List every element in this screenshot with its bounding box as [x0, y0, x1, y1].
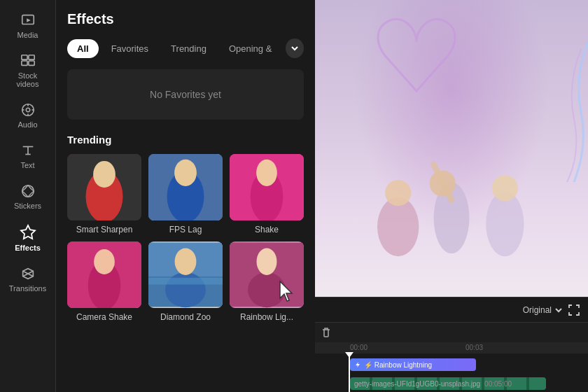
tab-trending[interactable]: Trending [161, 39, 216, 58]
sidebar-item-transitions[interactable]: Transitions [0, 259, 55, 300]
svg-point-52 [486, 191, 524, 256]
svg-point-27 [167, 191, 204, 220]
svg-marker-54 [356, 362, 360, 368]
fullscreen-button[interactable] [568, 304, 580, 316]
clip-photo-label: getty-images-UFId1gUGB0-unsplash.jpg [354, 380, 480, 388]
chevron-down-icon [290, 44, 299, 52]
main-content: Effects All Favorites Trending Opening &… [56, 0, 588, 392]
svg-point-37 [94, 248, 115, 275]
svg-rect-2 [21, 55, 27, 59]
preview-area [315, 0, 588, 297]
svg-point-41 [175, 248, 197, 275]
sidebar-item-label: Stock videos [17, 71, 39, 88]
effect-thumb-fps-lag [148, 154, 223, 220]
heart-decoration [336, 7, 497, 133]
right-panel: Original [315, 0, 588, 392]
sidebar-item-stickers[interactable]: Stickers [0, 176, 55, 217]
svg-point-7 [26, 108, 30, 112]
svg-rect-20 [80, 155, 127, 220]
sidebar-item-label: Effects [15, 244, 41, 252]
effect-item-camera-shake[interactable]: Camera Shake [67, 241, 141, 322]
page-title: Effects [67, 11, 304, 27]
no-favorites-text: No Favorites yet [150, 89, 221, 100]
effect-thumb-rainbow-lig [230, 241, 304, 308]
tab-opening[interactable]: Opening & [219, 39, 281, 58]
svg-line-51 [434, 164, 451, 200]
clip-photo[interactable]: getty-images-UFId1gUGB0-unsplash.jpg 00:… [350, 377, 546, 390]
svg-point-36 [87, 279, 122, 308]
playhead [349, 354, 350, 392]
sidebar-item-media[interactable]: Media [0, 6, 55, 46]
svg-rect-35 [77, 243, 131, 307]
effect-item-smart-sharpen[interactable]: Smart Sharpen [67, 154, 141, 234]
effect-item-rainbow-lig[interactable]: Rainbow Lig... [230, 241, 304, 322]
svg-rect-26 [148, 182, 223, 219]
fps-lag-preview [148, 154, 223, 220]
svg-marker-1 [27, 18, 31, 22]
timeline: 00:00 00:03 ⚡ Rainb [315, 322, 588, 392]
original-label: Original [523, 305, 552, 315]
filter-tabs: All Favorites Trending Opening & [67, 38, 304, 58]
svg-rect-3 [28, 55, 34, 59]
svg-rect-30 [230, 155, 304, 220]
sidebar-item-label: Stickers [14, 202, 41, 210]
svg-point-40 [165, 272, 206, 307]
svg-point-50 [430, 171, 456, 197]
clip-rainbow-lightning[interactable]: ⚡ Rainbow Lightning [350, 358, 476, 371]
svg-point-49 [434, 183, 470, 254]
effect-item-fps-lag[interactable]: FPS Lag [148, 154, 223, 234]
svg-rect-25 [148, 155, 223, 220]
clip-rainbow-label: ⚡ Rainbow Lightning [364, 361, 432, 369]
tab-all[interactable]: All [67, 39, 99, 58]
rainbow-lig-preview [230, 241, 304, 308]
transitions-icon [20, 266, 36, 281]
sidebar-item-label: Audio [18, 120, 37, 129]
timeline-toolbar [315, 323, 588, 342]
main-row: Effects All Favorites Trending Opening &… [56, 0, 588, 392]
svg-point-33 [257, 160, 277, 188]
time-marker-0: 00:00 [350, 344, 368, 351]
shake-preview [230, 154, 304, 220]
svg-rect-34 [67, 243, 141, 307]
clip-photo-duration: 00:05:00 [484, 380, 512, 388]
fullscreen-icon [568, 304, 580, 316]
svg-rect-24 [88, 162, 121, 216]
svg-point-53 [492, 176, 518, 202]
time-ruler: 00:00 00:03 [315, 342, 588, 354]
audio-icon [20, 102, 36, 118]
sidebar-item-effects[interactable]: Effects [0, 217, 55, 259]
controls-bar: Original [315, 297, 588, 322]
sidebar-item-text[interactable]: Text [0, 136, 55, 176]
effect-label-smart-sharpen: Smart Sharpen [67, 225, 141, 234]
effect-item-diamond-zoo[interactable]: Diamond Zoo [148, 241, 223, 322]
sidebar: Media Stock videos Audio Text [0, 0, 56, 392]
no-favorites-box: No Favorites yet [67, 69, 304, 120]
camera-shake-preview [67, 241, 141, 308]
svg-point-15 [22, 186, 34, 197]
sidebar-item-stock-videos[interactable]: Stock videos [0, 46, 55, 95]
effect-thumb-shake [230, 154, 304, 220]
svg-point-48 [385, 180, 411, 206]
svg-rect-23 [84, 188, 125, 219]
svg-point-45 [257, 248, 277, 275]
effect-thumb-smart-sharpen [67, 154, 141, 220]
sidebar-item-label: Transitions [9, 284, 46, 293]
sidebar-item-audio[interactable]: Audio [0, 95, 55, 136]
time-marker-3: 00:03 [465, 344, 483, 351]
tabs-more-button[interactable] [286, 38, 304, 58]
effect-label-shake: Shake [230, 225, 304, 234]
effect-label-diamond-zoo: Diamond Zoo [148, 312, 223, 322]
svg-rect-42 [148, 278, 223, 285]
svg-point-47 [377, 197, 419, 257]
tab-favorites[interactable]: Favorites [102, 39, 158, 58]
effect-item-shake[interactable]: Shake [230, 154, 304, 234]
svg-rect-19 [67, 155, 141, 220]
delete-icon[interactable] [321, 327, 332, 338]
media-icon [20, 13, 36, 28]
stickers-icon [20, 183, 36, 199]
effect-label-rainbow-lig: Rainbow Lig... [230, 312, 304, 322]
svg-point-22 [94, 160, 115, 188]
original-button[interactable]: Original [523, 305, 563, 315]
timeline-tracks: ⚡ Rainbow Lightning getty-images-UFId1gU… [315, 354, 588, 392]
svg-marker-16 [21, 225, 35, 239]
